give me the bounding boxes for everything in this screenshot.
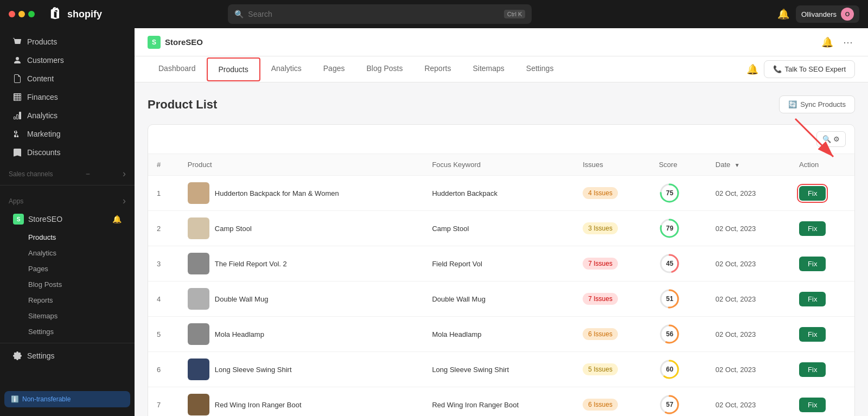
tab-analytics[interactable]: Analytics [260,57,312,81]
tab-sitemaps[interactable]: Sitemaps [462,57,515,81]
sidebar-content-label: Content [27,74,54,83]
subnav-pages[interactable]: Pages [4,261,130,276]
sidebar-customers-label: Customers [27,56,64,65]
issues-badge: 7 Issues [583,258,618,270]
fix-button[interactable]: Fix [799,257,826,271]
issues-badge: 7 Issues [583,293,618,305]
col-action: Action [790,154,854,176]
product-cell: Long Sleeve Swing Shirt [179,352,424,387]
action-cell: Fix [790,387,854,417]
talk-to-seo-expert-btn[interactable]: 📞 Talk To SEO Expert [764,60,855,78]
product-thumbnail [188,323,209,345]
page-title: Product List [148,98,217,112]
sidebar-bottom: ℹ️ Non-transferable [0,387,135,412]
col-num: # [148,154,179,176]
fix-button[interactable]: Fix [799,327,826,342]
product-name: The Field Report Vol. 2 [215,260,287,268]
table-row: 5 Mola Headlamp Mola Headlamp 6 Issues 5… [148,317,854,352]
product-name: Double Wall Mug [215,295,269,303]
fix-button[interactable]: Fix [799,186,826,201]
header-right: 🔔 ⋯ [819,34,855,50]
storeseo-nav-item[interactable]: S StoreSEO 🔔 [4,209,130,229]
sidebar-item-customers[interactable]: Customers [4,52,130,69]
sidebar-item-analytics[interactable]: Analytics [4,107,130,124]
subnav-settings[interactable]: Settings [4,324,130,339]
sidebar-item-content[interactable]: Content [4,70,130,87]
table-row: 1 Hudderton Backpack for Man & Women Hud… [148,176,854,211]
non-transferable-badge: ℹ️ Non-transferable [4,391,130,407]
search-icon: 🔍 [234,10,244,18]
more-options-btn[interactable]: ⋯ [841,34,855,50]
fix-button[interactable]: Fix [799,398,826,412]
filter-icon: ⚙ [833,135,840,143]
subnav-analytics[interactable]: Analytics [4,246,130,260]
main-layout: Products Customers Content Finances Anal… [0,28,868,416]
tab-blog-posts[interactable]: Blog Posts [355,57,413,81]
subnav-blog-posts[interactable]: Blog Posts [4,277,130,292]
product-cell: Hudderton Backpack for Man & Women [179,176,424,211]
product-num: 7 [148,387,179,417]
notification-bell-btn[interactable]: 🔔 [819,34,835,50]
search-input[interactable] [248,10,500,18]
score-cell: 57 [650,387,706,417]
table-row: 2 Camp Stool Camp Stool 3 Issues 79 02 O… [148,211,854,246]
product-num: 2 [148,211,179,246]
issues-cell: 7 Issues [574,281,650,317]
product-num: 5 [148,317,179,352]
score-cell: 79 [650,211,706,246]
product-num: 3 [148,246,179,281]
issues-badge: 3 Issues [583,222,618,234]
sidebar-item-settings[interactable]: Settings [4,347,130,364]
product-num: 4 [148,281,179,317]
sync-products-btn[interactable]: 🔄 Sync Products [779,95,855,113]
date-cell: 02 Oct, 2023 [707,317,790,352]
issues-badge: 6 Issues [583,399,618,411]
sidebar-finances-label: Finances [27,93,58,101]
action-cell: Fix [790,246,854,281]
sidebar-item-products[interactable]: Products [4,33,130,50]
search-shortcut: Ctrl K [504,10,526,18]
fix-button[interactable]: Fix [799,221,826,236]
close-button[interactable] [9,11,15,17]
action-cell: Fix [790,281,854,317]
tab-dashboard[interactable]: Dashboard [148,57,207,81]
maximize-button[interactable] [28,11,35,17]
search-filter-btn[interactable]: 🔍 ⚙ [816,131,846,147]
sidebar-item-discounts[interactable]: Discounts [4,144,130,161]
user-badge[interactable]: Ollivanders O [796,5,859,23]
tab-pages[interactable]: Pages [312,57,356,81]
search-bar[interactable]: 🔍 Ctrl K [228,4,532,24]
subnav-products[interactable]: Products [4,230,130,245]
product-thumbnail [188,253,209,274]
col-date: Date ▼ [707,154,790,176]
action-cell: Fix [790,352,854,387]
minimize-button[interactable] [18,11,25,17]
tab-notif-icon[interactable]: 🔔 [746,63,758,75]
tab-actions: 🔔 📞 Talk To SEO Expert [746,60,855,78]
action-cell: Fix [790,317,854,352]
storeseo-brand: S StoreSEO [148,36,203,49]
sidebar-item-finances[interactable]: Finances [4,88,130,106]
page-header: Product List 🔄 Sync Products [148,95,855,113]
tab-reports[interactable]: Reports [413,57,462,81]
fix-button[interactable]: Fix [799,292,826,306]
traffic-lights [9,11,35,17]
subnav-reports[interactable]: Reports [4,293,130,308]
sidebar-item-marketing[interactable]: Marketing [4,125,130,143]
date-cell: 02 Oct, 2023 [707,176,790,211]
storeseo-notif-icon: 🔔 [112,215,122,223]
focus-keyword: Red Wing Iron Ranger Boot [423,387,574,417]
fix-button[interactable]: Fix [799,362,826,377]
tab-products[interactable]: Products [207,57,260,81]
score-cell: 51 [650,281,706,317]
focus-keyword: Double Wall Mug [423,281,574,317]
subnav-sitemaps[interactable]: Sitemaps [4,309,130,323]
notification-icon[interactable]: 🔔 [777,8,789,20]
date-cell: 02 Oct, 2023 [707,281,790,317]
focus-keyword: Mola Headlamp [423,317,574,352]
issues-cell: 3 Issues [574,211,650,246]
action-cell: Fix [790,176,854,211]
date-cell: 02 Oct, 2023 [707,246,790,281]
tab-settings[interactable]: Settings [515,57,565,81]
shopify-brand-label: shopify [67,9,102,20]
